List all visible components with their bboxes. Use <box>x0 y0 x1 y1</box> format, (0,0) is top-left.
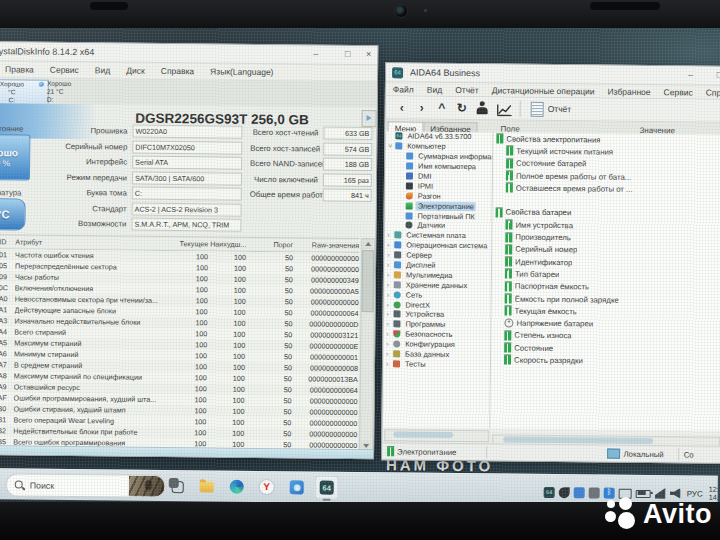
tree-item-icon <box>393 350 400 357</box>
aida-nav-tree: AIDA64 v6.33.5700 ˅ Компьютер Суммарная <box>383 131 493 428</box>
yandex-icon[interactable] <box>255 475 279 499</box>
expand-arrow-icon[interactable]: ˅ <box>388 142 395 151</box>
aida64-icon[interactable] <box>315 476 339 500</box>
menu-item[interactable]: Файл <box>393 84 414 94</box>
field-label: Возможности <box>29 219 131 229</box>
field-value[interactable]: Serial ATA <box>132 156 242 170</box>
webcam-led <box>424 9 427 12</box>
field-label: Всего хост-чтений <box>250 128 323 138</box>
expand-arrow-icon[interactable]: › <box>387 280 394 289</box>
expand-arrow-icon[interactable]: › <box>387 260 394 269</box>
menu-item[interactable]: Справка <box>706 87 720 97</box>
scrollbar-thumb[interactable] <box>362 250 375 312</box>
scrollbar-thumb[interactable] <box>393 431 453 438</box>
temperature-button[interactable]: 38 °C <box>0 198 26 231</box>
taskbar-icons <box>165 474 345 500</box>
property-label: Состояние <box>514 343 553 352</box>
search-icon <box>15 480 24 489</box>
vertical-scrollbar[interactable] <box>359 238 375 452</box>
edge-icon[interactable] <box>225 475 249 499</box>
search-placeholder: Поиск <box>30 480 129 491</box>
tree-item-icon <box>393 360 400 367</box>
status-divider <box>678 448 679 460</box>
menu-item[interactable]: Диск <box>126 66 145 76</box>
field-value[interactable]: C: <box>132 187 242 201</box>
cdi-titlebar[interactable]: CrystalDiskInfo 8.14.2 x64 – □ × <box>0 42 377 65</box>
tree-item-icon <box>406 153 413 160</box>
menu-item[interactable]: Отчёт <box>455 84 479 94</box>
menu-item[interactable]: Сервис <box>50 65 79 75</box>
field-value[interactable]: W0220A0 <box>132 125 242 139</box>
app-gray-icon[interactable] <box>589 487 600 498</box>
tree-item[interactable]: › Тесты <box>384 359 490 370</box>
minimize-button[interactable]: – <box>308 46 323 61</box>
tree-item-icon <box>406 172 413 179</box>
menu-item[interactable]: Дистанционные операции <box>492 85 595 96</box>
field-value[interactable]: 841 ч <box>323 189 372 203</box>
report-button-label[interactable]: Отчёт <box>548 104 572 114</box>
expand-arrow-icon[interactable]: › <box>386 339 393 348</box>
menu-item[interactable]: Вид <box>427 84 442 94</box>
refresh-icon[interactable]: ↻ <box>452 101 472 115</box>
menu-item[interactable]: Сервис <box>664 87 693 97</box>
scroll-up-icon[interactable] <box>362 239 372 249</box>
menu-item[interactable]: Справка <box>161 66 194 76</box>
expand-arrow-icon[interactable]: › <box>386 330 393 339</box>
report-icon[interactable] <box>531 101 544 116</box>
menu-item[interactable]: Вид <box>95 65 110 75</box>
tree-horizontal-scrollbar[interactable] <box>384 429 489 442</box>
health-status-button[interactable]: Хорошо 100 % <box>0 134 30 181</box>
expand-arrow-icon[interactable]: › <box>387 290 394 299</box>
property-row[interactable]: Скорость разрядки 5810 mW <box>491 354 720 369</box>
close-button[interactable]: × <box>361 47 376 62</box>
search-highlight-image[interactable] <box>129 476 165 497</box>
expand-arrow-icon[interactable]: › <box>386 310 393 319</box>
speaker-grill <box>90 2 128 10</box>
field-value[interactable]: SATA/300 | SATA/600 <box>132 171 242 185</box>
minimize-button[interactable]: – <box>683 67 698 82</box>
search-input[interactable]: Поиск <box>6 473 166 498</box>
windows-desktop: НАМ ФОТО CrystalDiskInfo 8.14.2 x64 – □ … <box>0 0 720 540</box>
expand-arrow-icon[interactable]: › <box>386 320 393 329</box>
menu-item[interactable]: Язык(Language) <box>210 66 273 77</box>
photos-icon[interactable] <box>285 475 309 499</box>
expand-arrow-icon[interactable]: › <box>386 359 393 368</box>
maximize-button[interactable]: □ <box>712 68 720 83</box>
back-icon[interactable]: ‹ <box>392 100 412 114</box>
app-blue-icon[interactable] <box>574 487 585 498</box>
forward-icon[interactable]: › <box>412 101 432 115</box>
battery-icon <box>506 146 513 156</box>
expand-arrow-icon[interactable]: › <box>387 231 394 240</box>
task-view-icon[interactable] <box>165 474 189 498</box>
drive-tab-d[interactable]: Хорошо 21 °C D: <box>35 80 115 105</box>
maximize-button[interactable]: □ <box>340 47 355 62</box>
field-value[interactable]: 188 GB <box>323 158 372 172</box>
expand-arrow-icon[interactable]: › <box>387 300 394 309</box>
property-label: Серийный номер <box>515 245 577 255</box>
next-disk-button[interactable] <box>361 110 376 127</box>
expand-arrow-icon[interactable]: › <box>387 241 394 250</box>
field-value[interactable]: ACS-2 | ACS-2 Revision 3 <box>132 202 242 216</box>
field-value[interactable]: 574 GB <box>323 142 372 156</box>
field-value[interactable]: 633 GB <box>323 127 372 141</box>
expand-arrow-icon[interactable]: › <box>387 250 394 259</box>
up-icon[interactable]: ^ <box>432 101 452 115</box>
expand-arrow-icon[interactable]: › <box>387 270 394 279</box>
users-icon[interactable] <box>475 101 491 115</box>
field-value[interactable]: 165 раз <box>323 173 372 187</box>
field-value[interactable]: DIFC10M7X02050 <box>132 140 242 154</box>
explorer-icon[interactable] <box>195 474 219 498</box>
avito-logo-text: Avito <box>643 499 712 530</box>
menu-item[interactable]: Правка <box>5 64 34 74</box>
app-dark-icon[interactable] <box>559 487 570 498</box>
menu-item[interactable]: Избранное <box>607 86 650 96</box>
tree-item-icon <box>394 311 401 318</box>
tree-item-label: Портативный ПК <box>416 211 477 221</box>
field-value[interactable]: S.M.A.R.T., APM, NCQ, TRIM <box>131 218 241 232</box>
cdi-info-right: Всего хост-чтений 633 GB Всего хост-запи… <box>250 125 373 204</box>
expand-arrow-icon[interactable]: › <box>386 349 393 358</box>
aida64-tray-icon[interactable] <box>544 486 555 497</box>
aida-titlebar[interactable]: 64 AIDA64 Business – □ <box>386 63 720 86</box>
battery-icon <box>387 446 394 456</box>
chart-icon[interactable] <box>497 102 513 115</box>
